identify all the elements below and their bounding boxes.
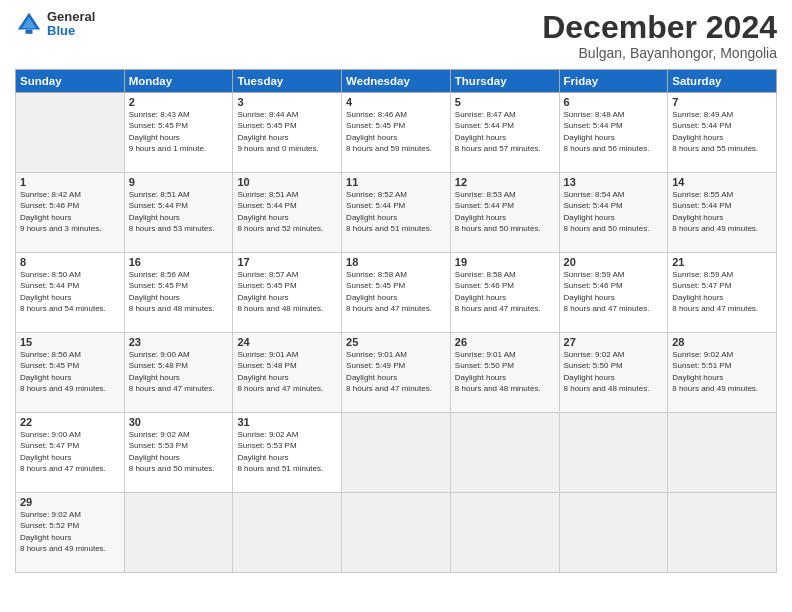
logo-line1: General	[47, 10, 95, 24]
day-number: 3	[237, 96, 337, 108]
day-info: Sunrise: 9:02 AM Sunset: 5:53 PM Dayligh…	[237, 429, 337, 474]
day-info: Sunrise: 9:02 AM Sunset: 5:52 PM Dayligh…	[20, 509, 120, 554]
day-info: Sunrise: 8:47 AM Sunset: 5:44 PM Dayligh…	[455, 109, 555, 154]
day-number: 29	[20, 496, 120, 508]
day-cell-16: 16 Sunrise: 8:56 AM Sunset: 5:45 PM Dayl…	[124, 253, 233, 333]
day-cell-12: 12 Sunrise: 8:53 AM Sunset: 5:44 PM Dayl…	[450, 173, 559, 253]
day-number: 17	[237, 256, 337, 268]
day-number: 26	[455, 336, 555, 348]
location: Bulgan, Bayanhongor, Mongolia	[542, 45, 777, 61]
day-cell-13: 13 Sunrise: 8:54 AM Sunset: 5:44 PM Dayl…	[559, 173, 668, 253]
day-number: 20	[564, 256, 664, 268]
empty-cell	[124, 493, 233, 573]
page: General Blue December 2024 Bulgan, Bayan…	[0, 0, 792, 612]
calendar-week-2: 1 Sunrise: 8:42 AM Sunset: 5:46 PM Dayli…	[16, 173, 777, 253]
day-info: Sunrise: 9:01 AM Sunset: 5:48 PM Dayligh…	[237, 349, 337, 394]
logo-text: General Blue	[47, 10, 95, 39]
day-cell-28: 28 Sunrise: 9:02 AM Sunset: 5:51 PM Dayl…	[668, 333, 777, 413]
day-cell-31: 31 Sunrise: 9:02 AM Sunset: 5:53 PM Dayl…	[233, 413, 342, 493]
day-number: 21	[672, 256, 772, 268]
empty-cell	[559, 493, 668, 573]
day-number: 22	[20, 416, 120, 428]
day-number: 1	[20, 176, 120, 188]
day-cell-11: 11 Sunrise: 8:52 AM Sunset: 5:44 PM Dayl…	[342, 173, 451, 253]
day-number: 6	[564, 96, 664, 108]
day-cell-8: 8 Sunrise: 8:50 AM Sunset: 5:44 PM Dayli…	[16, 253, 125, 333]
day-number: 12	[455, 176, 555, 188]
day-info: Sunrise: 8:58 AM Sunset: 5:45 PM Dayligh…	[346, 269, 446, 314]
empty-cell	[668, 413, 777, 493]
day-info: Sunrise: 8:52 AM Sunset: 5:44 PM Dayligh…	[346, 189, 446, 234]
day-number: 2	[129, 96, 229, 108]
day-info: Sunrise: 9:02 AM Sunset: 5:53 PM Dayligh…	[129, 429, 229, 474]
day-number: 30	[129, 416, 229, 428]
day-number: 24	[237, 336, 337, 348]
day-cell-27: 27 Sunrise: 9:02 AM Sunset: 5:50 PM Dayl…	[559, 333, 668, 413]
day-cell-25: 25 Sunrise: 9:01 AM Sunset: 5:49 PM Dayl…	[342, 333, 451, 413]
day-number: 27	[564, 336, 664, 348]
day-info: Sunrise: 8:59 AM Sunset: 5:47 PM Dayligh…	[672, 269, 772, 314]
empty-cell	[342, 493, 451, 573]
calendar-week-1: 2 Sunrise: 8:43 AM Sunset: 5:45 PM Dayli…	[16, 93, 777, 173]
day-info: Sunrise: 8:51 AM Sunset: 5:44 PM Dayligh…	[237, 189, 337, 234]
day-number: 25	[346, 336, 446, 348]
day-cell-20: 20 Sunrise: 8:59 AM Sunset: 5:46 PM Dayl…	[559, 253, 668, 333]
day-number: 4	[346, 96, 446, 108]
day-info: Sunrise: 9:02 AM Sunset: 5:50 PM Dayligh…	[564, 349, 664, 394]
day-number: 18	[346, 256, 446, 268]
day-cell-15: 15 Sunrise: 8:56 AM Sunset: 5:45 PM Dayl…	[16, 333, 125, 413]
day-number: 10	[237, 176, 337, 188]
day-info: Sunrise: 9:00 AM Sunset: 5:47 PM Dayligh…	[20, 429, 120, 474]
empty-cell	[16, 93, 125, 173]
calendar-week-6: 29 Sunrise: 9:02 AM Sunset: 5:52 PM Dayl…	[16, 493, 777, 573]
day-info: Sunrise: 9:01 AM Sunset: 5:50 PM Dayligh…	[455, 349, 555, 394]
day-cell-23: 23 Sunrise: 9:00 AM Sunset: 5:48 PM Dayl…	[124, 333, 233, 413]
calendar-week-3: 8 Sunrise: 8:50 AM Sunset: 5:44 PM Dayli…	[16, 253, 777, 333]
header-row: Sunday Monday Tuesday Wednesday Thursday…	[16, 70, 777, 93]
day-cell-6: 6 Sunrise: 8:48 AM Sunset: 5:44 PM Dayli…	[559, 93, 668, 173]
day-number: 19	[455, 256, 555, 268]
day-info: Sunrise: 8:49 AM Sunset: 5:44 PM Dayligh…	[672, 109, 772, 154]
day-number: 13	[564, 176, 664, 188]
empty-cell	[233, 493, 342, 573]
day-info: Sunrise: 8:54 AM Sunset: 5:44 PM Dayligh…	[564, 189, 664, 234]
day-number: 15	[20, 336, 120, 348]
day-cell-1: 1 Sunrise: 8:42 AM Sunset: 5:46 PM Dayli…	[16, 173, 125, 253]
col-monday: Monday	[124, 70, 233, 93]
empty-cell	[668, 493, 777, 573]
day-cell-14: 14 Sunrise: 8:55 AM Sunset: 5:44 PM Dayl…	[668, 173, 777, 253]
day-info: Sunrise: 8:55 AM Sunset: 5:44 PM Dayligh…	[672, 189, 772, 234]
col-sunday: Sunday	[16, 70, 125, 93]
day-cell-22: 22 Sunrise: 9:00 AM Sunset: 5:47 PM Dayl…	[16, 413, 125, 493]
empty-cell	[342, 413, 451, 493]
logo: General Blue	[15, 10, 95, 39]
day-cell-17: 17 Sunrise: 8:57 AM Sunset: 5:45 PM Dayl…	[233, 253, 342, 333]
col-wednesday: Wednesday	[342, 70, 451, 93]
calendar-week-5: 22 Sunrise: 9:00 AM Sunset: 5:47 PM Dayl…	[16, 413, 777, 493]
day-info: Sunrise: 8:46 AM Sunset: 5:45 PM Dayligh…	[346, 109, 446, 154]
day-number: 8	[20, 256, 120, 268]
day-number: 5	[455, 96, 555, 108]
day-number: 11	[346, 176, 446, 188]
calendar-week-4: 15 Sunrise: 8:56 AM Sunset: 5:45 PM Dayl…	[16, 333, 777, 413]
day-info: Sunrise: 8:51 AM Sunset: 5:44 PM Dayligh…	[129, 189, 229, 234]
empty-cell	[450, 413, 559, 493]
col-tuesday: Tuesday	[233, 70, 342, 93]
day-cell-29: 29 Sunrise: 9:02 AM Sunset: 5:52 PM Dayl…	[16, 493, 125, 573]
title-area: December 2024 Bulgan, Bayanhongor, Mongo…	[542, 10, 777, 61]
day-info: Sunrise: 8:48 AM Sunset: 5:44 PM Dayligh…	[564, 109, 664, 154]
day-info: Sunrise: 8:42 AM Sunset: 5:46 PM Dayligh…	[20, 189, 120, 234]
day-number: 16	[129, 256, 229, 268]
col-thursday: Thursday	[450, 70, 559, 93]
day-number: 31	[237, 416, 337, 428]
logo-line2: Blue	[47, 24, 95, 38]
day-info: Sunrise: 8:58 AM Sunset: 5:46 PM Dayligh…	[455, 269, 555, 314]
day-info: Sunrise: 8:56 AM Sunset: 5:45 PM Dayligh…	[20, 349, 120, 394]
empty-cell	[559, 413, 668, 493]
day-info: Sunrise: 8:59 AM Sunset: 5:46 PM Dayligh…	[564, 269, 664, 314]
day-info: Sunrise: 8:53 AM Sunset: 5:44 PM Dayligh…	[455, 189, 555, 234]
day-cell-18: 18 Sunrise: 8:58 AM Sunset: 5:45 PM Dayl…	[342, 253, 451, 333]
calendar-table: Sunday Monday Tuesday Wednesday Thursday…	[15, 69, 777, 573]
day-cell-2: 2 Sunrise: 8:43 AM Sunset: 5:45 PM Dayli…	[124, 93, 233, 173]
col-saturday: Saturday	[668, 70, 777, 93]
